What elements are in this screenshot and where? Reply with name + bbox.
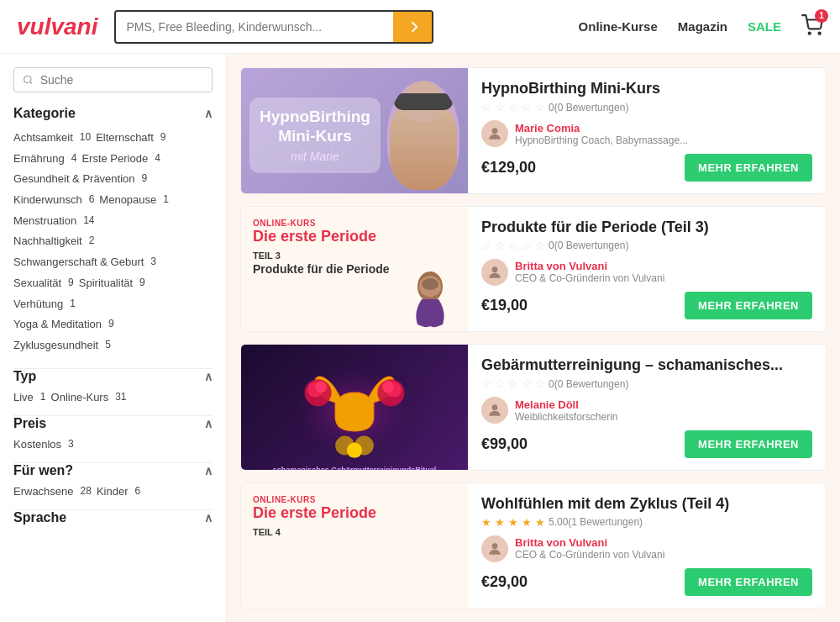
filter-erwachsene[interactable]: Erwachsene [13, 485, 74, 498]
filter-nachhaltigkeit[interactable]: Nachhaltigkeit [13, 231, 82, 252]
filter-ernahrung[interactable]: Ernährung [13, 149, 65, 170]
author-role-per: CEO & Co-Gründerin von Vulvani [515, 272, 664, 284]
avatar-per [481, 259, 508, 286]
filter-typ: Typ ∧ Live1 Online-Kurs31 [13, 369, 213, 403]
rating-count-per: 0(0 Bewertungen) [549, 240, 628, 251]
price-per: €19,00 [481, 297, 528, 314]
thumb-wohl-sub: TEIL 4 [253, 527, 456, 537]
filter-spiritualitat[interactable]: Spiritualität [79, 273, 133, 294]
course-rating-per: ☆ ☆ ☆ ☆ ☆ 0(0 Bewertungen) [481, 240, 812, 252]
star-1: ☆ [481, 101, 491, 113]
author-name-hyp[interactable]: Marie Comia [515, 122, 688, 134]
filter-elternschaft[interactable]: Elternschaft [96, 128, 154, 149]
svg-point-4 [492, 128, 498, 134]
chevron-up-icon-5[interactable]: ∧ [204, 511, 213, 524]
filter-kategorie: Kategorie ∧ Achtsamkeit10 Elternschaft9 … [13, 106, 213, 356]
filter-schwangerschaft[interactable]: Schwangerschaft & Geburt [13, 252, 144, 273]
filter-erste-periode[interactable]: Erste Periode [81, 149, 148, 170]
main-layout: Kategorie ∧ Achtsamkeit10 Elternschaft9 … [0, 54, 840, 622]
rating-count-wohl: 5.00(1 Bewertungen) [549, 516, 643, 528]
rating-count-hyp: 0(0 Bewertungen) [549, 102, 628, 113]
filter-row-4: Kinderwunsch6 Menopause1 [13, 190, 213, 211]
course-card-per: ONLINE-KURS Die erste Periode TEIL 3 Pro… [240, 206, 827, 333]
sidebar-search-input[interactable] [40, 73, 203, 87]
filter-row-8: Sexualität9 Spiritualität9 [13, 273, 213, 294]
sidebar: Kategorie ∧ Achtsamkeit10 Elternschaft9 … [0, 54, 227, 622]
filter-gesundheit[interactable]: Gesundheit & Prävention [13, 169, 135, 190]
mehr-erfahren-geb[interactable]: MEHR ERFAHREN [685, 430, 812, 458]
nav-sale[interactable]: SALE [748, 19, 781, 34]
course-title-wohl: Wohlfühlen mit dem Zyklus (Teil 4) [481, 495, 812, 513]
chevron-up-icon[interactable]: ∧ [204, 107, 213, 120]
course-author-wohl: Britta von Vulvani CEO & Co-Gründerin vo… [481, 535, 812, 562]
filter-typ-content: Live1 Online-Kurs31 [13, 391, 213, 403]
search-submit-button[interactable] [393, 12, 432, 42]
filter-live[interactable]: Live [13, 391, 34, 403]
filter-online-kurs[interactable]: Online-Kurs [51, 391, 109, 403]
search-input[interactable] [116, 13, 393, 40]
course-footer-wohl: €29,00 MEHR ERFAHREN [481, 568, 812, 596]
filter-sexualitat[interactable]: Sexualität [13, 273, 61, 294]
course-rating-wohl: ★ ★ ★ ★ ★ 5.00(1 Bewertungen) [481, 516, 812, 529]
filter-zyklusgesundheit[interactable]: Zyklusgesundheit [13, 335, 98, 356]
filter-yoga[interactable]: Yoga & Meditation [13, 314, 102, 335]
filter-fuer-wen: Für wen? ∧ Erwachsene28 Kinder6 [13, 463, 213, 498]
course-author-geb: Melanie Döll Weiblichkeitsforscherin [481, 397, 812, 424]
nav-magazin[interactable]: Magazin [678, 19, 727, 34]
filter-verhutung[interactable]: Verhütung [13, 294, 63, 315]
filter-menopause[interactable]: Menopause [99, 190, 156, 211]
filter-row-3: Gesundheit & Prävention9 [13, 169, 213, 190]
svg-line-3 [30, 82, 32, 83]
thumb-per-title: Die erste Periode [253, 228, 456, 245]
cart-icon[interactable]: 1 [801, 14, 823, 40]
logo[interactable]: vulvani [17, 13, 97, 40]
svg-point-12 [315, 381, 327, 393]
chevron-up-icon-2[interactable]: ∧ [204, 370, 213, 383]
svg-point-8 [492, 266, 498, 272]
filter-kinderwunsch[interactable]: Kinderwunsch [13, 190, 82, 211]
chevron-up-icon-4[interactable]: ∧ [204, 464, 213, 477]
filter-achtsamkeit[interactable]: Achtsamkeit [13, 128, 73, 149]
course-title-hyp: HypnoBirthing Mini-Kurs [481, 80, 812, 98]
thumb-geb-text: schamanisches GebärmutterreinigundsRitua… [248, 466, 461, 471]
course-thumb-geb: schamanisches GebärmutterreinigundsRitua… [241, 345, 468, 471]
author-name-geb[interactable]: Melanie Döll [515, 398, 618, 411]
thumb-wohl-badge: ONLINE-KURS [253, 495, 456, 504]
course-author-per: Britta von Vulvani CEO & Co-Gründerin vo… [481, 259, 812, 286]
filter-row-7: Schwangerschaft & Geburt3 [13, 252, 213, 273]
mehr-erfahren-hyp[interactable]: MEHR ERFAHREN [685, 154, 812, 182]
svg-point-1 [819, 32, 821, 34]
author-role-hyp: HypnoBirthing Coach, Babymassage... [515, 134, 688, 146]
search-bar [114, 10, 433, 44]
course-footer-per: €19,00 MEHR ERFAHREN [481, 292, 812, 319]
course-card-geb: schamanisches GebärmutterreinigundsRitua… [240, 344, 827, 471]
nav-online-kurse[interactable]: Online-Kurse [579, 19, 658, 34]
author-name-per[interactable]: Britta von Vulvani [515, 260, 664, 272]
filter-preis-title: Preis ∧ [13, 416, 213, 431]
filter-menstruation[interactable]: Menstruation [13, 211, 76, 232]
mehr-erfahren-per[interactable]: MEHR ERFAHREN [685, 292, 812, 319]
filter-row-11: Zyklusgesundheit5 [13, 335, 213, 356]
filter-kostenlos[interactable]: Kostenlos [13, 438, 61, 451]
thumb-wohl-title: Die erste Periode [253, 504, 456, 522]
filter-kategorie-content: Achtsamkeit10 Elternschaft9 Ernährung4 E… [13, 128, 213, 356]
course-info-per: Produkte für die Periode (Teil 3) ☆ ☆ ☆ … [468, 207, 826, 332]
rating-count-geb: 0(0 Bewertungen) [549, 378, 628, 390]
filter-row-1: Achtsamkeit10 Elternschaft9 [13, 128, 213, 149]
filter-typ-title: Typ ∧ [13, 369, 213, 384]
svg-point-7 [422, 278, 438, 290]
thumb-per-sub: TEIL 3 [253, 250, 456, 261]
filter-row-6: Nachhaltigkeit2 [13, 231, 213, 252]
course-thumb-per: ONLINE-KURS Die erste Periode TEIL 3 Pro… [241, 207, 468, 333]
star-3: ☆ [508, 101, 518, 113]
svg-point-20 [492, 543, 498, 549]
filter-kinder[interactable]: Kinder [97, 485, 129, 498]
chevron-up-icon-3[interactable]: ∧ [204, 417, 213, 430]
author-name-wohl[interactable]: Britta von Vulvani [515, 536, 664, 549]
filter-preis: Preis ∧ Kostenlos3 [13, 416, 213, 451]
filter-row-2: Ernährung4 Erste Periode4 [13, 149, 213, 170]
course-info-wohl: Wohlfühlen mit dem Zyklus (Teil 4) ★ ★ ★… [468, 483, 826, 609]
mehr-erfahren-wohl[interactable]: MEHR ERFAHREN [685, 568, 812, 596]
filter-fuer-wen-title: Für wen? ∧ [13, 463, 213, 478]
price-geb: €99,00 [481, 435, 528, 453]
